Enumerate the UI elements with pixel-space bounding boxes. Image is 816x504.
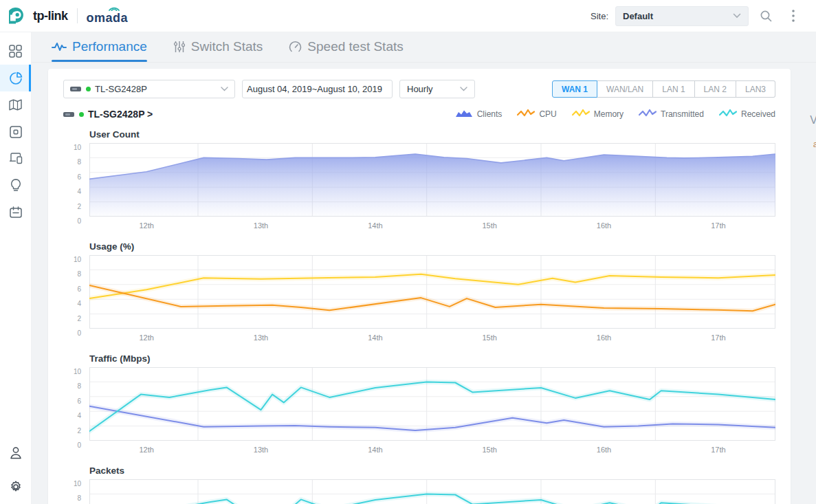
speed-test-gauge-icon xyxy=(289,41,302,54)
chart-title: Packets xyxy=(89,465,775,476)
sidebar-item-insights[interactable] xyxy=(0,172,31,199)
legend-item-received[interactable]: Received xyxy=(719,108,775,120)
tab-performance[interactable]: Performance xyxy=(52,32,147,62)
sidebar-item-logs[interactable] xyxy=(0,199,31,226)
tplink-logo-icon xyxy=(9,6,28,25)
controls-row: TL-SG2428P August 04, 2019~August 10, 20… xyxy=(63,80,775,98)
x-axis-label: 16th xyxy=(597,221,611,230)
omada-wifi-arcs-icon xyxy=(108,5,120,11)
logs-icon xyxy=(10,206,22,218)
x-axis: 12th13th14th15th16th17th xyxy=(89,219,775,233)
tab-bar: Performance Switch Stats Speed test Stat… xyxy=(32,32,816,63)
port-button-wan1[interactable]: WAN 1 xyxy=(552,80,597,98)
site-select[interactable]: Default xyxy=(615,6,749,26)
tab-label: Switch Stats xyxy=(191,39,263,54)
settings-gear-icon xyxy=(9,480,23,494)
sidebar-item-clients[interactable] xyxy=(0,145,31,172)
x-axis-label: 15th xyxy=(482,333,496,342)
port-button-lan2[interactable]: LAN 2 xyxy=(695,80,736,98)
legend-label: Transmitted xyxy=(661,109,704,119)
statistics-pie-icon xyxy=(9,72,23,85)
dashboard-grid-icon xyxy=(9,45,22,58)
y-axis-tick: 8 xyxy=(65,158,85,166)
x-axis-label: 14th xyxy=(368,446,382,454)
y-axis-tick: 0 xyxy=(65,217,85,225)
legend-item-clients[interactable]: Clients xyxy=(455,108,503,120)
switch-stats-sliders-icon xyxy=(173,41,186,53)
y-axis-tick: 6 xyxy=(65,173,85,181)
tab-label: Speed test Stats xyxy=(307,39,403,54)
device-select[interactable]: TL-SG2428P xyxy=(63,80,235,98)
x-axis-label: 13th xyxy=(254,333,268,342)
legend-item-cpu[interactable]: CPU xyxy=(517,108,556,120)
kebab-menu-icon xyxy=(792,10,795,22)
port-button-wanlan[interactable]: WAN/LAN xyxy=(597,80,653,98)
chart-canvas xyxy=(89,479,775,504)
y-axis-tick: 4 xyxy=(65,412,85,419)
chart-section-packets: Packets 0246810 12th13th14th15th16th17th xyxy=(63,465,775,504)
account-icon xyxy=(10,446,22,459)
cpu-line-icon xyxy=(517,108,535,120)
legend-item-transmitted[interactable]: Transmitted xyxy=(639,108,704,120)
chart-section-traffic: Traffic (Mbps) 0246810 12th13th14th15th1… xyxy=(63,353,775,457)
sidebar-item-map[interactable] xyxy=(0,91,31,118)
y-axis-tick: 10 xyxy=(65,368,85,375)
interval-select[interactable]: Hourly xyxy=(399,80,475,98)
device-select-value: TL-SG2428P xyxy=(95,84,221,94)
port-button-lan3[interactable]: LAN3 xyxy=(736,80,775,98)
clipped-edge-text: V xyxy=(810,114,816,127)
more-menu-button[interactable] xyxy=(783,6,804,26)
device-status-dot xyxy=(86,87,91,91)
chevron-down-icon xyxy=(221,87,228,91)
x-axis-label: 12th xyxy=(139,333,153,342)
sidebar-item-account[interactable] xyxy=(0,439,31,466)
tab-speed-test-stats[interactable]: Speed test Stats xyxy=(289,32,403,62)
y-axis-tick: 2 xyxy=(65,427,85,435)
omada-text: omada xyxy=(87,11,129,25)
brand-divider xyxy=(77,8,78,23)
search-button[interactable] xyxy=(756,6,776,26)
sidebar-item-dashboard[interactable] xyxy=(0,38,31,65)
received-line-icon xyxy=(719,108,737,120)
site-label: Site: xyxy=(591,11,608,21)
brand-text: tp-link xyxy=(33,9,68,23)
interval-select-value: Hourly xyxy=(407,84,460,94)
omada-logo: omada xyxy=(87,7,129,25)
chart-title: Traffic (Mbps) xyxy=(89,353,775,364)
y-axis-tick: 8 xyxy=(65,494,85,502)
legend-item-memory[interactable]: Memory xyxy=(572,108,624,120)
date-range-value: August 04, 2019~August 10, 2019 xyxy=(247,84,382,94)
device-status-dot xyxy=(79,112,84,117)
x-axis: 12th13th14th15th16th17th xyxy=(89,443,775,457)
y-axis-tick: 10 xyxy=(65,480,85,487)
sidebar-item-statistics[interactable] xyxy=(0,65,31,91)
legend-label: CPU xyxy=(539,109,556,119)
x-axis-label: 13th xyxy=(254,221,268,230)
devices-icon xyxy=(10,126,22,138)
y-axis-tick: 2 xyxy=(65,315,85,322)
y-axis: 0246810 xyxy=(63,147,89,233)
y-axis-tick: 2 xyxy=(65,203,85,210)
date-range-picker[interactable]: August 04, 2019~August 10, 2019 xyxy=(242,80,393,98)
chart-canvas xyxy=(89,143,775,217)
sidebar-item-devices[interactable] xyxy=(0,118,31,145)
port-button-group: WAN 1 WAN/LAN LAN 1 LAN 2 LAN3 xyxy=(552,80,775,98)
tab-label: Performance xyxy=(72,39,147,54)
performance-pulse-icon xyxy=(52,41,67,52)
tab-switch-stats[interactable]: Switch Stats xyxy=(173,32,263,62)
y-axis-tick: 0 xyxy=(65,329,85,337)
usage-chart xyxy=(89,255,775,329)
performance-panel: TL-SG2428P August 04, 2019~August 10, 20… xyxy=(48,69,791,504)
search-icon xyxy=(760,10,773,23)
transmitted-line-icon xyxy=(639,108,657,120)
sidebar xyxy=(0,32,32,504)
port-button-lan1[interactable]: LAN 1 xyxy=(653,80,694,98)
y-axis-tick: 4 xyxy=(65,300,85,307)
traffic-chart xyxy=(89,367,775,441)
y-axis-tick: 6 xyxy=(65,397,85,405)
sidebar-item-settings[interactable] xyxy=(0,473,31,500)
y-axis-tick: 8 xyxy=(65,382,85,390)
x-axis: 12th13th14th15th16th17th xyxy=(89,331,775,345)
device-name-link[interactable]: TL-SG2428P > xyxy=(88,109,153,120)
x-axis-label: 16th xyxy=(597,333,611,342)
